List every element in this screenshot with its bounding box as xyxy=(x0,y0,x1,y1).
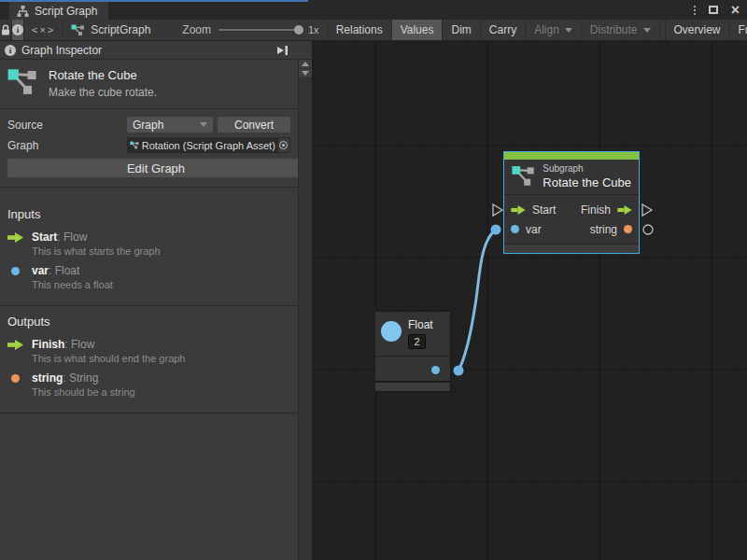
outputs-title: Outputs xyxy=(7,315,290,329)
code-preview-button[interactable]: <×> xyxy=(24,20,63,40)
float-port-icon xyxy=(11,267,20,275)
maximize-icon[interactable] xyxy=(709,6,718,14)
object-picker-button[interactable] xyxy=(278,138,289,152)
float-output-port[interactable] xyxy=(375,357,450,383)
dim-button[interactable]: Dim xyxy=(443,20,480,40)
node-title: Rotate the Cube xyxy=(543,175,631,189)
port-start[interactable]: Start xyxy=(511,203,556,217)
convert-button[interactable]: Convert xyxy=(218,117,290,133)
zoom-slider[interactable] xyxy=(218,29,299,31)
value-port-marker-right[interactable] xyxy=(643,225,653,234)
graph-title-block: Rotate the Cube Make the cube rotate. xyxy=(0,60,298,109)
source-label: Source xyxy=(7,119,127,132)
node-color-bar xyxy=(504,152,639,160)
graph-object-field[interactable]: Rotation (Script Graph Asset) xyxy=(127,137,290,153)
graph-subtitle: Make the cube rotate. xyxy=(49,86,157,99)
scroll-down-button[interactable] xyxy=(299,69,312,78)
port-description: This needs a float xyxy=(32,279,290,290)
flow-arrow-icon xyxy=(7,232,23,243)
flow-arrow-icon xyxy=(511,205,526,215)
title-bar: Script Graph × xyxy=(0,0,747,20)
node-kind: Subgraph xyxy=(543,163,631,174)
list-item: Start: Flow This is what starts the grap… xyxy=(7,231,290,257)
wire-layer xyxy=(313,41,747,560)
script-graph-tab-icon xyxy=(17,6,29,17)
chevron-down-icon xyxy=(565,28,572,33)
inspector-scrollbar[interactable] xyxy=(298,60,312,560)
source-dropdown[interactable]: Graph xyxy=(127,117,213,133)
port-finish[interactable]: Finish xyxy=(581,203,632,217)
graph-inspector-title: Graph Inspector xyxy=(21,44,102,57)
close-icon[interactable]: × xyxy=(731,4,740,17)
connection-endpoint[interactable] xyxy=(491,225,501,235)
chevron-down-icon xyxy=(643,28,651,33)
distribute-dropdown[interactable]: Distribute xyxy=(582,20,660,40)
window-menu-icon[interactable] xyxy=(694,6,696,15)
flow-arrow-icon xyxy=(7,340,23,350)
scroll-up-button[interactable] xyxy=(299,60,312,69)
float-node-icon xyxy=(381,321,402,342)
values-button[interactable]: Values xyxy=(392,20,444,40)
list-item: var: Float This needs a float xyxy=(7,264,290,290)
object-picker-icon xyxy=(279,141,288,149)
edit-graph-button[interactable]: Edit Graph xyxy=(7,159,304,177)
flow-port-marker-left[interactable] xyxy=(493,204,502,216)
flow-port-marker-right[interactable] xyxy=(642,204,652,216)
port-description: This is what should end the graph xyxy=(32,353,290,364)
port-var[interactable]: var xyxy=(511,223,542,236)
port-description: This is what starts the graph xyxy=(32,245,290,257)
graph-asset-icon xyxy=(130,140,139,150)
lock-button[interactable] xyxy=(0,20,12,40)
connection-endpoint[interactable] xyxy=(454,366,464,376)
info-icon: i xyxy=(12,24,23,35)
node-footer xyxy=(375,383,450,391)
lock-icon xyxy=(0,24,11,36)
inspector-toggle-button[interactable]: i xyxy=(12,20,24,40)
zoom-value: 1x xyxy=(308,24,319,35)
tab-title: Script Graph xyxy=(35,5,97,18)
graph-breadcrumb-label: ScriptGraph xyxy=(91,23,150,36)
subgraph-node-icon xyxy=(512,164,536,189)
scroll-down-icon xyxy=(302,71,309,76)
zoom-label: Zoom xyxy=(182,23,211,36)
node-footer xyxy=(504,245,639,253)
graph-object-value: Rotation (Script Graph Asset) xyxy=(142,140,275,151)
float-value-input[interactable]: 2 xyxy=(408,334,426,349)
string-port-icon xyxy=(11,374,20,383)
info-icon: i xyxy=(5,45,16,56)
tab-script-graph[interactable]: Script Graph xyxy=(9,2,108,20)
list-item: Finish: Flow This is what should end the… xyxy=(7,338,290,364)
script-graph-icon xyxy=(71,24,85,36)
float-port-icon xyxy=(431,366,440,374)
graph-canvas[interactable]: Subgraph Rotate the Cube Start Finish xyxy=(313,41,747,560)
inputs-title: Inputs xyxy=(7,207,290,221)
graph-inspector-header: i Graph Inspector xyxy=(0,41,312,60)
graph-inspector-panel: i Graph Inspector Rotate the Cube Make t… xyxy=(0,41,313,560)
full-screen-button[interactable]: Full Screen xyxy=(730,20,747,40)
list-item: string: String This should be a string xyxy=(7,371,290,398)
connection-wire[interactable] xyxy=(458,230,496,371)
subgraph-node[interactable]: Subgraph Rotate the Cube Start Finish xyxy=(503,151,640,254)
relations-button[interactable]: Relations xyxy=(328,20,392,40)
float-port-icon xyxy=(511,225,519,233)
node-title: Float xyxy=(408,318,433,331)
overview-button[interactable]: Overview xyxy=(666,20,730,40)
outputs-section: Outputs Finish: Flow This is what should… xyxy=(0,306,298,413)
graph-toolbar: i <×> ScriptGraph Zoom 1x Relations Valu… xyxy=(0,20,747,41)
graph-asset-icon xyxy=(7,68,39,98)
flow-arrow-icon xyxy=(617,205,632,215)
code-icon: <×> xyxy=(32,24,55,35)
inputs-section: Inputs Start: Flow This is what starts t… xyxy=(0,199,298,306)
port-description: This should be a string xyxy=(32,386,290,398)
dock-icon[interactable] xyxy=(276,45,289,56)
zoom-slider-handle[interactable] xyxy=(294,25,303,35)
chevron-down-icon xyxy=(200,122,207,127)
string-port-icon xyxy=(624,225,632,233)
scroll-up-icon xyxy=(302,62,309,66)
float-node[interactable]: Float 2 xyxy=(374,311,451,392)
port-string[interactable]: string xyxy=(590,223,632,236)
align-dropdown[interactable]: Align xyxy=(526,20,582,40)
graph-title: Rotate the Cube xyxy=(49,68,157,82)
graph-breadcrumb[interactable]: ScriptGraph xyxy=(63,20,158,40)
carry-button[interactable]: Carry xyxy=(481,20,526,40)
